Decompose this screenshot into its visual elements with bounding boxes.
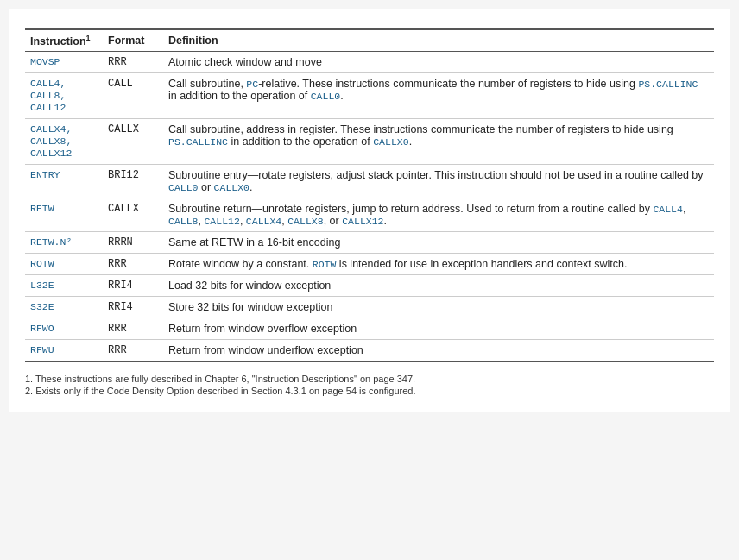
cell-instruction: RETW.N² [25,232,103,254]
col-header-instruction: Instruction1 [25,29,103,52]
instruction-code: CALL12 [30,102,66,113]
instruction-code: ROTW [30,258,54,269]
cell-format: CALLX [103,119,163,165]
instruction-code: L32E [30,280,54,291]
inline-code: CALLX0 [214,182,249,193]
cell-format: RRI4 [103,275,163,297]
cell-definition: Store 32 bits for window exception [163,297,714,318]
cell-format: RRR [103,318,163,340]
cell-instruction: RETW [25,198,103,232]
inline-code: CALL12 [204,216,239,227]
cell-definition: Subroutine return—unrotate registers, ju… [163,198,714,232]
instruction-code: MOVSP [30,56,60,67]
inline-code: CALLX8 [287,216,323,227]
cell-instruction: CALL4,CALL8,CALL12 [25,73,103,119]
cell-definition: Same at RETW in a 16-bit encoding [163,232,714,254]
inline-code: CALLX12 [342,216,383,227]
instruction-code: CALL4, [30,78,66,89]
table-row: CALLX4,CALLX8,CALLX12CALLXCall subroutin… [25,119,714,165]
table-header: Instruction1 Format Definition [25,29,714,52]
cell-instruction: L32E [25,275,103,297]
header-row: Instruction1 Format Definition [25,29,714,52]
cell-definition: Return from window overflow exception [163,318,714,340]
cell-format: BRI12 [103,165,163,198]
inline-code: PC [246,79,258,90]
table-row: S32ERRI4Store 32 bits for window excepti… [25,297,714,318]
cell-definition: Subroutine entry—rotate registers, adjus… [163,165,714,198]
cell-format: RRRN [103,232,163,254]
instruction-code: CALLX8, [30,135,72,147]
instruction-code: CALL8, [30,90,66,101]
instruction-code: ENTRY [30,169,60,180]
footnote-2: 2. Exists only if the Code Density Optio… [25,386,714,396]
cell-definition: Load 32 bits for window exception [163,275,714,297]
table-row: RFWORRRReturn from window overflow excep… [25,318,714,340]
inline-code: ROTW [313,259,337,270]
table-row: ROTWRRRRotate window by a constant. ROTW… [25,254,714,275]
cell-definition: Return from window underflow exception [163,340,714,362]
cell-definition: Rotate window by a constant. ROTW is int… [163,254,714,275]
inline-code: CALLX0 [373,136,408,148]
col-header-definition: Definition [163,29,714,52]
cell-instruction: ROTW [25,254,103,275]
table-row: RFWURRRReturn from window underflow exce… [25,340,714,362]
table-row: CALL4,CALL8,CALL12CALLCall subroutine, P… [25,73,714,119]
main-table: Instruction1 Format Definition MOVSPRRRA… [25,28,714,362]
instruction-code: CALLX4, [30,123,72,135]
instruction-code: S32E [30,301,54,312]
col-header-format: Format [103,29,163,52]
inline-code: CALL4 [653,204,683,215]
cell-format: CALLX [103,198,163,232]
cell-definition: Call subroutine, PC-relative. These inst… [163,73,714,119]
table-row: RETW.N²RRRNSame at RETW in a 16-bit enco… [25,232,714,254]
instruction-code: RETW [30,203,54,214]
cell-definition: Atomic check window and move [163,52,714,73]
cell-instruction: ENTRY [25,165,103,198]
instruction-code: RETW.N² [30,236,72,248]
cell-definition: Call subroutine, address in register. Th… [163,119,714,165]
table-row: MOVSPRRRAtomic check window and move [25,52,714,73]
cell-instruction: RFWO [25,318,103,340]
table-row: RETWCALLXSubroutine return—unrotate regi… [25,198,714,232]
instruction-code: RFWO [30,323,54,334]
page-container: Instruction1 Format Definition MOVSPRRRA… [9,9,730,412]
cell-format: RRR [103,340,163,362]
footnotes: 1. These instructions are fully describe… [25,368,714,396]
cell-instruction: RFWU [25,340,103,362]
instruction-code: RFWU [30,344,54,356]
inline-code: CALLX4 [246,216,281,227]
table-row: ENTRYBRI12Subroutine entry—rotate regist… [25,165,714,198]
table-body: MOVSPRRRAtomic check window and moveCALL… [25,52,714,362]
cell-format: RRR [103,52,163,73]
cell-format: CALL [103,73,163,119]
cell-instruction: CALLX4,CALLX8,CALLX12 [25,119,103,165]
inline-code: CALL8 [168,216,199,227]
cell-format: RRR [103,254,163,275]
inline-code: CALL0 [311,91,341,102]
inline-code: PS.CALLINC [168,136,228,148]
footnote-1: 1. These instructions are fully describe… [25,374,714,384]
inline-code: CALL0 [168,182,199,193]
cell-instruction: S32E [25,297,103,318]
inline-code: PS.CALLINC [638,79,698,90]
cell-format: RRI4 [103,297,163,318]
cell-instruction: MOVSP [25,52,103,73]
instruction-code: CALLX12 [30,148,72,159]
table-row: L32ERRI4Load 32 bits for window exceptio… [25,275,714,297]
